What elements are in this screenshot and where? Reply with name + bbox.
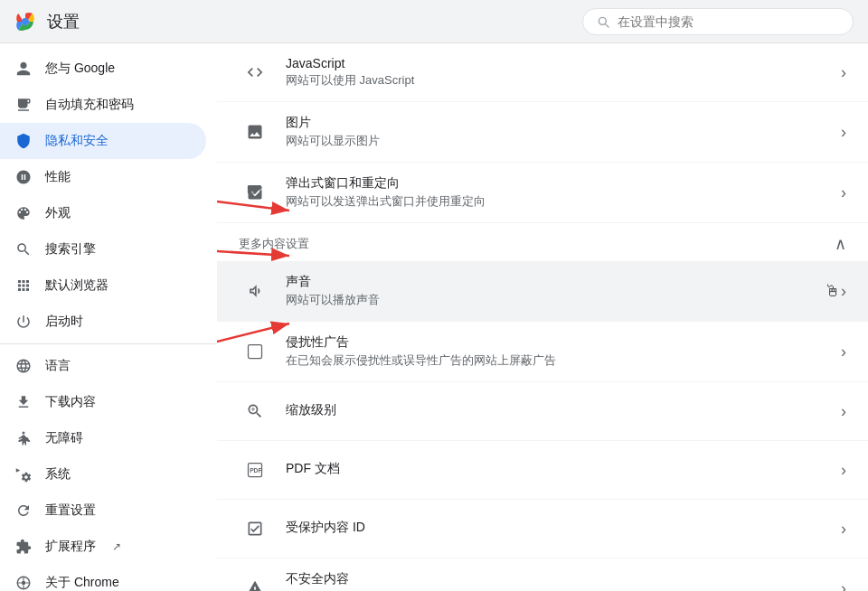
sidebar-privacy-label: 隐私和安全 (45, 133, 108, 149)
content-item-sound[interactable]: 声音 网站可以播放声音 › 🖱 (217, 261, 868, 322)
shield-icon (14, 132, 33, 150)
person-icon (14, 60, 33, 78)
sidebar: 您与 Google 自动填充和密码 隐私和安全 性能 (0, 43, 217, 591)
sidebar-item-accessibility[interactable]: 无障碍 (0, 420, 206, 456)
sound-title: 声音 (286, 274, 841, 290)
sidebar-item-language[interactable]: 语言 (0, 348, 206, 384)
content-area: JavaScript 网站可以使用 JavaScript › 图片 网站可以显示… (217, 43, 868, 591)
ads-desc: 在已知会展示侵扰性或误导性广告的网站上屏蔽广告 (286, 352, 841, 369)
chevron-right-icon: › (841, 183, 846, 202)
main-layout: 您与 Google 自动填充和密码 隐私和安全 性能 (0, 43, 868, 591)
chevron-right-icon: › (841, 123, 846, 142)
sidebar-item-system[interactable]: 系统 (0, 456, 206, 492)
svg-rect-6 (249, 345, 262, 359)
palette-icon (14, 204, 33, 222)
javascript-title: JavaScript (286, 56, 841, 70)
section-label: 更多内容设置 (239, 236, 309, 252)
page-title: 设置 (47, 11, 80, 33)
search-input[interactable] (618, 14, 840, 29)
sidebar-system-label: 系统 (45, 466, 71, 483)
sidebar-autofill-label: 自动填充和密码 (45, 97, 134, 113)
popup-icon (239, 176, 271, 209)
power-icon (14, 313, 33, 331)
content-item-pdf[interactable]: PDF PDF 文档 › (217, 441, 868, 500)
ads-icon (239, 335, 271, 368)
content-item-images[interactable]: 图片 网站可以显示图片 › (217, 102, 868, 163)
content-item-ads[interactable]: 侵扰性广告 在已知会展示侵扰性或误导性广告的网站上屏蔽广告 › (217, 322, 868, 382)
sidebar-item-performance[interactable]: 性能 (0, 159, 206, 195)
sidebar-search-label: 搜索引擎 (45, 241, 96, 258)
globe-icon (14, 357, 33, 375)
sidebar-google-label: 您与 Google (45, 61, 115, 77)
sidebar-reset-label: 重置设置 (45, 502, 96, 519)
chevron-up-icon: ∧ (835, 234, 846, 254)
chrome-about-icon (14, 574, 33, 591)
refresh-icon (14, 502, 33, 520)
image-icon (239, 116, 271, 148)
cursor-indicator: 🖱 (825, 282, 841, 301)
zoom-title: 缩放级别 (286, 402, 841, 418)
sidebar-download-label: 下载内容 (45, 394, 96, 410)
sidebar-item-browser[interactable]: 默认浏览器 (0, 267, 206, 304)
chevron-right-icon: › (841, 63, 846, 82)
pdf-icon: PDF (239, 454, 271, 486)
check-square-icon (239, 512, 271, 545)
sidebar-browser-label: 默认浏览器 (45, 277, 108, 294)
sidebar-item-appearance[interactable]: 外观 (0, 195, 206, 231)
download-icon (14, 393, 33, 411)
gauge-icon (14, 168, 33, 186)
sidebar-item-google[interactable]: 您与 Google (0, 51, 206, 87)
chrome-logo-icon (14, 11, 36, 33)
sidebar-item-about[interactable]: 关于 Chrome (0, 565, 206, 591)
images-desc: 网站可以显示图片 (286, 133, 841, 149)
header: 设置 (0, 0, 868, 43)
zoom-icon (239, 395, 271, 427)
sidebar-performance-label: 性能 (45, 169, 71, 185)
volume-icon (239, 275, 271, 307)
sidebar-language-label: 语言 (45, 358, 71, 374)
content-item-javascript[interactable]: JavaScript 网站可以使用 JavaScript › (217, 43, 868, 102)
sidebar-item-reset[interactable]: 重置设置 (0, 492, 206, 529)
search-nav-icon (14, 240, 33, 258)
chevron-right-icon: › (841, 282, 846, 301)
sound-desc: 网站可以播放声音 (286, 292, 841, 308)
content-item-protected[interactable]: 受保护内容 ID › (217, 500, 868, 558)
content-item-popups[interactable]: 弹出式窗口和重定向 网站可以发送弹出式窗口并使用重定向 › (217, 163, 868, 223)
pdf-title: PDF 文档 (286, 461, 841, 477)
ads-title: 侵扰性广告 (286, 334, 841, 351)
sidebar-item-extensions[interactable]: 扩展程序 ↗ (0, 529, 206, 565)
popups-desc: 网站可以发送弹出式窗口并使用重定向 (286, 193, 841, 210)
sidebar-extensions-label: 扩展程序 (45, 539, 96, 555)
chevron-right-icon: › (841, 342, 846, 361)
badge-icon (14, 96, 33, 114)
svg-text:PDF: PDF (250, 467, 261, 474)
sidebar-accessibility-label: 无障碍 (45, 430, 83, 446)
sidebar-appearance-label: 外观 (45, 205, 71, 221)
sidebar-item-autofill[interactable]: 自动填充和密码 (0, 87, 206, 123)
svg-point-1 (23, 18, 29, 24)
browser-icon (14, 277, 33, 295)
accessibility-icon (14, 429, 33, 447)
svg-point-4 (22, 581, 26, 586)
content-item-unsafe[interactable]: 不安全内容 默认情况下，安全网站会拦截不安全内容 › (217, 558, 868, 591)
warning-icon (239, 572, 271, 591)
more-content-section-header[interactable]: 更多内容设置 ∧ (217, 223, 868, 261)
sidebar-item-download[interactable]: 下载内容 (0, 384, 206, 420)
code-icon (239, 56, 271, 89)
extensions-icon (14, 538, 33, 556)
search-icon (596, 14, 610, 29)
svg-point-2 (23, 432, 25, 435)
sidebar-item-privacy[interactable]: 隐私和安全 (0, 123, 206, 159)
search-bar[interactable] (582, 8, 854, 35)
content-item-zoom[interactable]: 缩放级别 › (217, 382, 868, 441)
chevron-right-icon: › (841, 579, 846, 592)
sidebar-startup-label: 启动时 (45, 314, 83, 330)
popups-title: 弹出式窗口和重定向 (286, 175, 841, 192)
system-icon (14, 465, 33, 483)
javascript-desc: 网站可以使用 JavaScript (286, 72, 841, 89)
chevron-right-icon: › (841, 402, 846, 421)
chevron-right-icon: › (841, 520, 846, 539)
sidebar-item-startup[interactable]: 启动时 (0, 304, 206, 340)
unsafe-title: 不安全内容 (286, 571, 841, 587)
sidebar-item-search[interactable]: 搜索引擎 (0, 231, 206, 267)
